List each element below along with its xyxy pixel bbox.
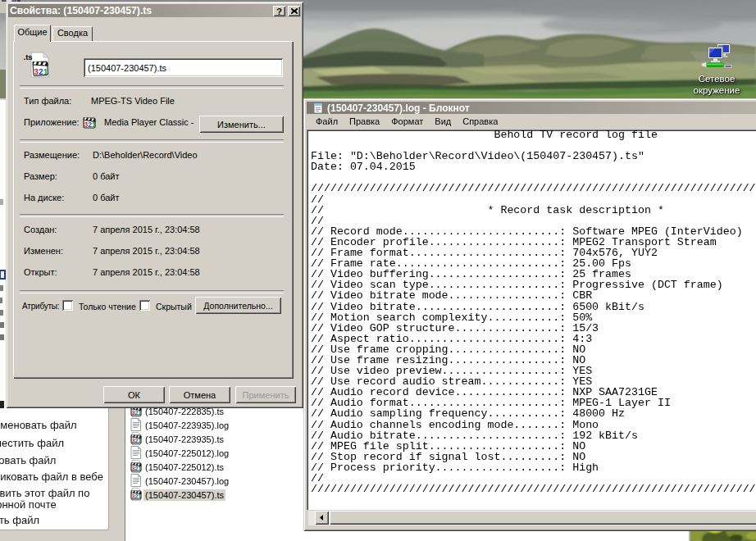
svg-text:1: 1 — [138, 465, 141, 472]
svg-text:1: 1 — [138, 437, 141, 444]
svg-text:.ts: .ts — [24, 52, 33, 61]
svg-text:1: 1 — [138, 409, 141, 416]
svg-text:1: 1 — [43, 67, 49, 76]
svg-text:1: 1 — [92, 120, 96, 129]
svg-text:1: 1 — [138, 493, 141, 500]
